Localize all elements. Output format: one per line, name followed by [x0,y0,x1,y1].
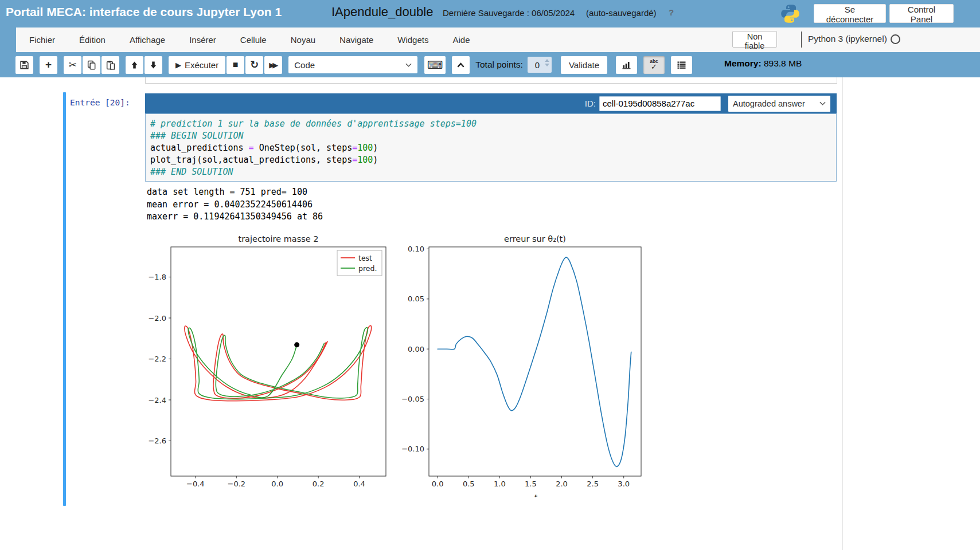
restart-run-all-button[interactable]: ▶▶ [264,56,282,74]
svg-text:3.0: 3.0 [618,480,630,488]
cell-type-value: Code [294,60,315,70]
arrow-down-icon [149,61,158,69]
collapse-toolbar-button[interactable] [452,56,470,74]
menubar-divider [801,32,802,48]
move-cell-up-button[interactable] [126,56,143,74]
memory-label: Memory: [724,58,762,68]
menu-fichier[interactable]: Fichier [17,28,67,52]
nbgrader-cell-toolbar: ID: Autograded answer [145,93,837,113]
interrupt-kernel-button[interactable]: ■ [227,56,244,74]
stop-icon: ■ [233,60,239,70]
svg-text:0.2: 0.2 [313,480,325,488]
copy-icon [87,60,96,70]
svg-text:1.0: 1.0 [494,480,506,488]
validate-button[interactable]: Validate [561,56,607,74]
svg-text:t: t [533,493,537,497]
paste-cell-button[interactable] [101,56,119,74]
svg-text:−0.10: −0.10 [401,445,424,453]
add-cell-button[interactable]: + [40,56,57,74]
menubar: Fichier Édition Affichage Insérer Cellul… [0,28,980,53]
trajectory-plot: trajectoire masse 2−0.4−0.20.00.20.4−1.8… [138,233,397,493]
help-icon[interactable]: ? [669,7,674,17]
header-bar: Portail MECA: interface de cours Jupyter… [0,0,980,28]
save-icon [19,60,29,70]
list-icon [677,61,686,69]
spinner-arrows-icon[interactable] [545,59,549,66]
kernel-name: Python 3 (ipykernel) [808,34,887,44]
menu-widgets[interactable]: Widgets [385,28,440,52]
svg-text:2.5: 2.5 [587,480,599,488]
check-icon: ✓ [651,63,657,70]
output-line: mean error = 0.04023522450614406 [147,199,323,211]
chevron-up-icon [456,62,465,68]
svg-text:−2.4: −2.4 [148,396,166,404]
menu-edition[interactable]: Édition [67,28,118,52]
copy-cell-button[interactable] [83,56,100,74]
restart-kernel-button[interactable]: ↻ [245,56,263,74]
previous-cell-remnant [145,77,837,84]
code-editor[interactable]: # prediction 1 sur la base de données d'… [145,113,837,182]
menu-aide[interactable]: Aide [440,28,482,52]
menu-items: Fichier Édition Affichage Insérer Cellul… [17,28,482,52]
plus-icon: + [45,58,52,71]
output-line: maxerr = 0.11942641350349456 at 86 [147,211,323,223]
menubar-left-strip [0,28,16,52]
fast-forward-icon: ▶▶ [269,61,276,69]
bar-chart-icon [622,61,631,69]
svg-text:−2.2: −2.2 [148,355,166,363]
svg-text:0.00: 0.00 [408,345,424,353]
svg-text:erreur sur θ₂(t): erreur sur θ₂(t) [504,234,566,243]
trust-status-button[interactable]: Non fiable [732,31,777,48]
cell-type-select[interactable]: Code [288,56,417,73]
save-button[interactable] [15,56,33,74]
kernel-status-icon [891,34,900,44]
cut-cell-button[interactable]: ✂ [64,56,81,74]
memory-indicator: Memory: 893.8 MB [724,58,802,69]
menu-noyau[interactable]: Noyau [279,28,327,52]
memory-value: 893.8 MB [764,58,802,68]
svg-text:0.4: 0.4 [353,480,365,488]
python-logo-icon [780,3,801,24]
total-points-value: 0 [535,60,540,70]
error-plot: erreur sur θ₂(t)0.00.51.01.52.02.53.00.1… [400,233,654,497]
menu-inserer[interactable]: Insérer [177,28,228,52]
notebook-area: Entrée [20]: ID: Autograded answer # pre… [0,77,980,550]
output-line: data set length = 751 pred= 100 [147,186,323,199]
chevron-down-icon [405,63,412,67]
save-status: Dernière Sauvegarde : 06/05/2024 [443,8,575,18]
toolbar: + ✂ ▶ Exécuter [0,52,980,77]
arrow-up-icon [130,61,139,69]
command-palette-button[interactable]: ⌨ [424,56,446,74]
spellcheck-button[interactable]: abc ✓ [643,56,665,74]
total-points-spinner[interactable]: 0 [528,57,552,73]
svg-text:trajectoire masse 2: trajectoire masse 2 [238,234,318,243]
table-of-contents-button[interactable] [671,56,692,74]
selected-cell-indicator[interactable] [63,92,66,506]
svg-text:−2.0: −2.0 [148,314,166,323]
nbgrader-chart-button[interactable] [616,56,637,74]
svg-text:1.5: 1.5 [525,480,537,488]
grade-type-value: Autograded answer [733,99,805,108]
svg-text:0.0: 0.0 [432,480,444,488]
svg-text:0.10: 0.10 [408,245,424,253]
svg-text:0.0: 0.0 [271,480,283,488]
run-cell-button[interactable]: ▶ Exécuter [169,56,225,74]
svg-text:0.5: 0.5 [463,480,475,488]
scissors-icon: ✂ [68,59,76,71]
notebook-container-edge [842,77,843,550]
chevron-down-icon [819,101,826,105]
menu-navigate[interactable]: Navigate [327,28,385,52]
play-icon: ▶ [175,61,181,69]
menu-affichage[interactable]: Affichage [118,28,177,52]
cell-id-input[interactable] [599,96,721,111]
notebook-name[interactable]: IApendule_double [331,5,433,19]
logout-button[interactable]: Se déconnecter [814,4,886,23]
svg-text:−0.2: −0.2 [227,480,245,488]
paste-icon [106,60,115,70]
grade-type-select[interactable]: Autograded answer [728,96,830,112]
menu-cellule[interactable]: Cellule [228,28,279,52]
move-cell-down-button[interactable] [145,56,162,74]
cell-output-text: data set length = 751 pred= 100 mean err… [147,186,323,223]
control-panel-button[interactable]: Control Panel [889,4,954,23]
cell-id-label: ID: [585,99,596,108]
